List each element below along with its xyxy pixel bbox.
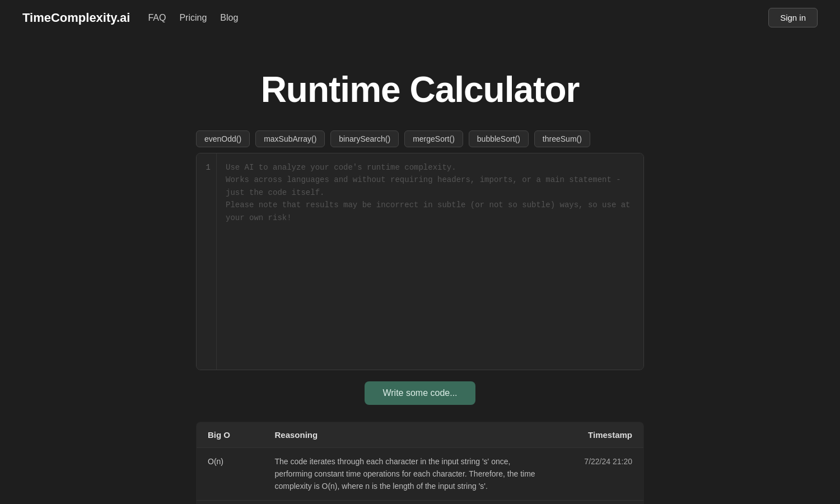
result-reasoning-0: The code iterates through each character… xyxy=(264,448,554,501)
result-timestamp-1: 7/22/24 21:19 xyxy=(554,501,644,504)
table-header: Big O Reasoning Timestamp xyxy=(197,422,644,448)
example-tag-0[interactable]: evenOdd() xyxy=(196,130,250,147)
line-numbers: 1 xyxy=(197,153,217,370)
nav-pricing[interactable]: Pricing xyxy=(179,13,207,23)
table-body: O(n)The code iterates through each chara… xyxy=(197,448,644,504)
navbar: TimeComplexity.ai FAQ Pricing Blog Sign … xyxy=(0,0,840,35)
header-bigo: Big O xyxy=(197,422,264,448)
signin-button[interactable]: Sign in xyxy=(768,8,818,27)
nav-faq[interactable]: FAQ xyxy=(148,13,166,23)
submit-area: Write some code... xyxy=(0,381,840,405)
analyze-button[interactable]: Write some code... xyxy=(365,381,475,405)
hero-section: Runtime Calculator xyxy=(0,35,840,130)
header-timestamp: Timestamp xyxy=(554,422,644,448)
page-title: Runtime Calculator xyxy=(11,69,829,110)
brand-logo[interactable]: TimeComplexity.ai xyxy=(22,11,130,25)
result-reasoning-1: The outer loop runs log(n) times since i… xyxy=(264,501,554,504)
example-tag-4[interactable]: bubbleSort() xyxy=(469,130,529,147)
result-timestamp-0: 7/22/24 21:20 xyxy=(554,448,644,501)
results-section: Big O Reasoning Timestamp O(n)The code i… xyxy=(185,422,655,504)
code-input[interactable] xyxy=(217,153,643,370)
example-tag-1[interactable]: maxSubArray() xyxy=(255,130,325,147)
code-editor: 1 xyxy=(196,153,644,370)
example-tags-row: evenOdd() maxSubArray() binarySearch() m… xyxy=(196,130,644,147)
results-table: Big O Reasoning Timestamp O(n)The code i… xyxy=(196,422,644,504)
table-row: O(n)The code iterates through each chara… xyxy=(197,448,644,501)
example-tag-3[interactable]: mergeSort() xyxy=(404,130,463,147)
code-container: evenOdd() maxSubArray() binarySearch() m… xyxy=(185,130,655,370)
example-tag-5[interactable]: threeSum() xyxy=(534,130,590,147)
navbar-links: FAQ Pricing Blog xyxy=(148,13,768,23)
table-row: O(n log n)The outer loop runs log(n) tim… xyxy=(197,501,644,504)
example-tag-2[interactable]: binarySearch() xyxy=(330,130,399,147)
line-number-1: 1 xyxy=(206,163,211,172)
nav-blog[interactable]: Blog xyxy=(220,13,238,23)
header-reasoning: Reasoning xyxy=(264,422,554,448)
result-bigo-1: O(n log n) xyxy=(197,501,264,504)
result-bigo-0: O(n) xyxy=(197,448,264,501)
